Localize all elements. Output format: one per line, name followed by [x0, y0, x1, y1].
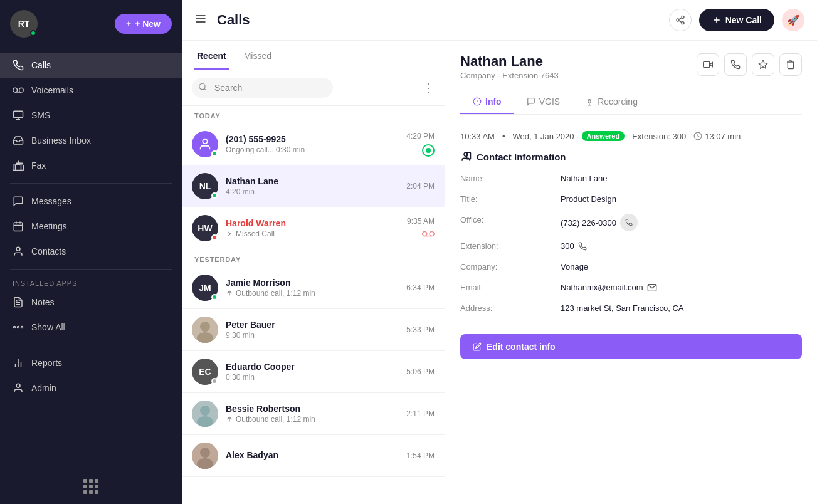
share-icon-button[interactable] — [669, 9, 692, 31]
sidebar-item-voicemails[interactable]: Voicemails — [0, 78, 182, 103]
sidebar-item-label-fax: Fax — [31, 160, 46, 171]
field-label-address: Address: — [460, 302, 561, 314]
list-item[interactable]: JM Jamie Morrison Outbound call, 1:12 mi… — [182, 267, 445, 309]
sidebar-item-contacts[interactable]: Contacts — [0, 239, 182, 264]
list-item[interactable]: Alex Badyan 1:54 PM — [182, 435, 445, 477]
new-call-label: New Call — [725, 15, 762, 25]
call-office-button[interactable] — [620, 214, 638, 231]
call-sub: 9:30 min — [226, 331, 399, 340]
sidebar-item-reports[interactable]: Reports — [0, 350, 182, 375]
contact-info-section: Contact Information Name: Nathan Lane Ti… — [460, 151, 802, 329]
field-label-name: Name: — [460, 172, 561, 184]
tab-info[interactable]: Info — [460, 90, 514, 114]
call-info: Peter Bauer 9:30 min — [226, 320, 399, 340]
svg-rect-51 — [704, 61, 710, 67]
star-button[interactable] — [752, 53, 774, 76]
reports-icon — [13, 357, 24, 369]
list-item[interactable]: Peter Bauer 9:30 min 5:33 PM — [182, 309, 445, 351]
sidebar-nav: Calls Voicemails SMS Business Inbox — [0, 48, 182, 469]
content-area: Recent Missed ⋮ TODAY — [182, 41, 817, 504]
list-item[interactable]: Bessie Robertson Outbound call, 1:12 min… — [182, 393, 445, 435]
hamburger-menu-icon[interactable] — [194, 13, 207, 28]
svg-point-28 — [682, 22, 684, 24]
call-info: Harold Warren Missed Call — [226, 218, 399, 238]
new-call-button[interactable]: New Call — [699, 9, 774, 31]
call-sub: Outbound call, 1:12 min — [226, 415, 399, 424]
list-item[interactable]: HW Harold Warren Missed Call 9:35 AM — [182, 207, 445, 249]
sidebar-item-sms[interactable]: SMS — [0, 103, 182, 128]
sidebar-item-calls[interactable]: Calls — [0, 53, 182, 78]
new-button-plus: + — [126, 19, 131, 29]
svg-marker-52 — [759, 60, 767, 68]
svg-rect-9 — [14, 223, 23, 231]
delete-button[interactable] — [779, 53, 802, 76]
grid-menu-icon[interactable] — [83, 479, 98, 494]
call-sub: Ongoing call... 0:30 min — [226, 145, 399, 154]
call-info: Bessie Robertson Outbound call, 1:12 min — [226, 404, 399, 424]
field-value-address: 123 market St, San Francisco, CA — [561, 302, 802, 314]
tab-recent[interactable]: Recent — [194, 41, 229, 70]
more-options-icon[interactable]: ⋮ — [422, 80, 435, 95]
status-dot-green — [211, 192, 218, 199]
sidebar-item-meetings[interactable]: Meetings — [0, 214, 182, 239]
contact-title-section: Nathan Lane Company - Extension 7643 — [460, 53, 559, 80]
call-time: 5:33 PM — [406, 325, 435, 334]
tab-recording[interactable]: Recording — [572, 90, 650, 114]
sidebar-item-notes[interactable]: Notes — [0, 290, 182, 315]
sidebar-item-messages[interactable]: Messages — [0, 189, 182, 214]
extension-label: Extension: 300 — [632, 132, 686, 141]
call-right: 6:34 PM — [406, 283, 435, 292]
installed-apps-label: INSTALLED APPS — [0, 275, 182, 290]
sidebar-bottom — [0, 469, 182, 504]
voicemail-indicator — [422, 229, 435, 239]
list-item[interactable]: EC Eduardo Cooper 0:30 min 5:06 PM — [182, 351, 445, 393]
svg-point-48 — [200, 448, 210, 458]
new-button[interactable]: + + New — [115, 14, 172, 34]
sidebar-item-label-notes: Notes — [31, 297, 55, 307]
sms-icon — [13, 110, 24, 121]
section-yesterday: YESTERDAY — [182, 249, 445, 267]
tab-vgis[interactable]: VGIS — [514, 90, 572, 114]
show-all-icon — [13, 322, 24, 333]
field-label-office: Office: — [460, 214, 561, 231]
call-sub: Missed Call — [226, 229, 399, 238]
video-call-button[interactable] — [697, 53, 719, 76]
search-bar: ⋮ — [182, 70, 445, 106]
call-name: Jamie Morrison — [226, 278, 399, 288]
contacts-icon — [13, 246, 24, 257]
call-tabs: Recent Missed — [182, 41, 445, 70]
search-input[interactable] — [192, 78, 333, 98]
call-name: Peter Bauer — [226, 320, 399, 330]
sidebar-item-label-business-inbox: Business Inbox — [31, 135, 91, 145]
list-item[interactable]: (201) 555-9925 Ongoing call... 0:30 min … — [182, 123, 445, 165]
svg-point-1 — [19, 88, 24, 92]
sidebar-item-label-admin: Admin — [31, 383, 56, 393]
call-button[interactable] — [724, 53, 747, 76]
call-time: 6:34 PM — [406, 283, 435, 292]
list-item[interactable]: NL Nathan Lane 4:20 min 2:04 PM — [182, 165, 445, 207]
sidebar-item-business-inbox[interactable]: Business Inbox — [0, 128, 182, 153]
header-actions: New Call 🚀 — [669, 9, 804, 31]
call-dot-separator: • — [502, 132, 505, 141]
sidebar-item-label-meetings: Meetings — [31, 221, 67, 231]
svg-line-39 — [227, 291, 231, 295]
tab-missed[interactable]: Missed — [241, 41, 274, 70]
status-dot-green — [211, 294, 218, 300]
call-avatar-initials: NL — [199, 181, 211, 191]
avatar: RT — [10, 10, 38, 38]
edit-contact-button[interactable]: Edit contact info — [460, 334, 802, 359]
rocket-button[interactable]: 🚀 — [782, 9, 804, 31]
inbox-icon — [13, 135, 24, 146]
call-sub: Outbound call, 1:12 min — [226, 289, 399, 298]
call-info: (201) 555-9925 Ongoing call... 0:30 min — [226, 134, 399, 154]
page-title: Calls — [217, 12, 669, 28]
sidebar-item-show-all[interactable]: Show All — [0, 315, 182, 340]
svg-point-26 — [682, 16, 684, 18]
call-sub: 4:20 min — [226, 187, 399, 196]
sidebar-item-admin[interactable]: Admin — [0, 375, 182, 401]
call-name: Bessie Robertson — [226, 404, 399, 414]
call-avatar — [192, 401, 218, 427]
sidebar-item-fax[interactable]: Fax — [0, 153, 182, 178]
sidebar-top: RT + + New — [0, 0, 182, 48]
messages-icon — [13, 196, 24, 207]
